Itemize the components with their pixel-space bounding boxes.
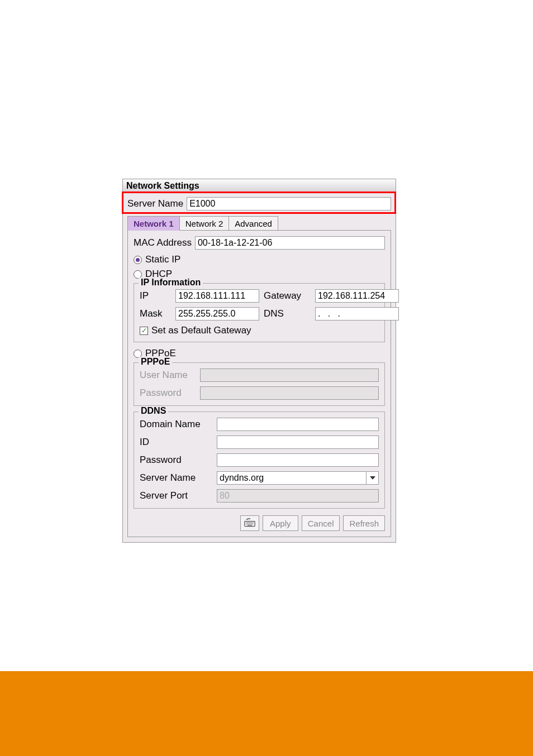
ddns-legend: DDNS bbox=[139, 406, 168, 416]
ddns-domain-input[interactable] bbox=[217, 418, 379, 431]
ddns-id-input[interactable] bbox=[217, 436, 379, 449]
ddns-server-port-input bbox=[217, 489, 379, 503]
tab-bar: Network 1 Network 2 Advanced bbox=[123, 216, 396, 231]
ddns-id-label: ID bbox=[140, 437, 212, 448]
mask-input[interactable] bbox=[175, 307, 259, 320]
checkbox-icon: ✓ bbox=[140, 327, 148, 335]
ddns-server-name-value: dyndns.org bbox=[220, 473, 264, 483]
radio-static-label: Static IP bbox=[145, 254, 180, 265]
tab-content-network1: MAC Address Static IP DHCP IP Informatio… bbox=[127, 230, 391, 537]
set-default-gateway-label: Set as Default Gateway bbox=[151, 325, 251, 336]
mac-address-row: MAC Address bbox=[134, 236, 385, 250]
radio-icon bbox=[134, 256, 142, 264]
pppoe-password-input bbox=[200, 386, 379, 400]
ddns-server-name-select[interactable]: dyndns.org bbox=[217, 471, 379, 485]
set-default-gateway-checkbox[interactable]: ✓ Set as Default Gateway bbox=[140, 325, 379, 336]
tab-advanced[interactable]: Advanced bbox=[229, 216, 278, 231]
ddns-password-label: Password bbox=[140, 454, 212, 466]
tab-network1[interactable]: Network 1 bbox=[127, 216, 180, 231]
footer-bar bbox=[0, 671, 533, 756]
mac-address-label: MAC Address bbox=[134, 237, 192, 248]
gateway-input[interactable] bbox=[315, 289, 399, 303]
dns-input[interactable] bbox=[315, 307, 399, 320]
ip-input[interactable] bbox=[175, 289, 259, 303]
ip-information-fieldset: IP Information IP Gateway Mask DNS ✓ Set… bbox=[134, 283, 385, 342]
server-name-input[interactable] bbox=[187, 197, 391, 210]
server-name-label: Server Name bbox=[127, 198, 183, 209]
dns-label: DNS bbox=[264, 308, 311, 319]
ip-label: IP bbox=[140, 290, 171, 302]
tab-network2[interactable]: Network 2 bbox=[179, 216, 230, 231]
mac-address-input[interactable] bbox=[195, 236, 385, 250]
pppoe-legend: PPPoE bbox=[139, 357, 172, 367]
mask-label: Mask bbox=[140, 308, 171, 319]
ddns-domain-label: Domain Name bbox=[140, 419, 212, 430]
apply-button[interactable]: Apply bbox=[263, 515, 298, 531]
dialog-title: Network Settings bbox=[123, 179, 396, 193]
pppoe-username-input bbox=[200, 369, 379, 382]
pppoe-fieldset: PPPoE User Name Password bbox=[134, 362, 385, 406]
ddns-password-input[interactable] bbox=[217, 453, 379, 467]
ddns-fieldset: DDNS Domain Name ID Password Server Name… bbox=[134, 412, 385, 509]
pppoe-username-label: User Name bbox=[140, 370, 196, 381]
gateway-label: Gateway bbox=[264, 290, 311, 302]
radio-static-ip[interactable]: Static IP bbox=[134, 254, 385, 265]
network-settings-dialog: Network Settings Server Name Network 1 N… bbox=[122, 179, 396, 543]
ddns-server-name-label: Server Name bbox=[140, 472, 212, 484]
ip-information-legend: IP Information bbox=[139, 277, 203, 288]
keyboard-icon bbox=[244, 518, 255, 529]
chevron-down-icon bbox=[366, 472, 378, 484]
refresh-button[interactable]: Refresh bbox=[343, 515, 385, 531]
ddns-server-port-label: Server Port bbox=[140, 490, 212, 501]
server-name-row: Server Name bbox=[123, 193, 396, 216]
cancel-button[interactable]: Cancel bbox=[302, 515, 340, 531]
keyboard-button[interactable] bbox=[240, 515, 259, 531]
pppoe-password-label: Password bbox=[140, 387, 196, 399]
dialog-button-row: Apply Cancel Refresh bbox=[134, 515, 385, 531]
